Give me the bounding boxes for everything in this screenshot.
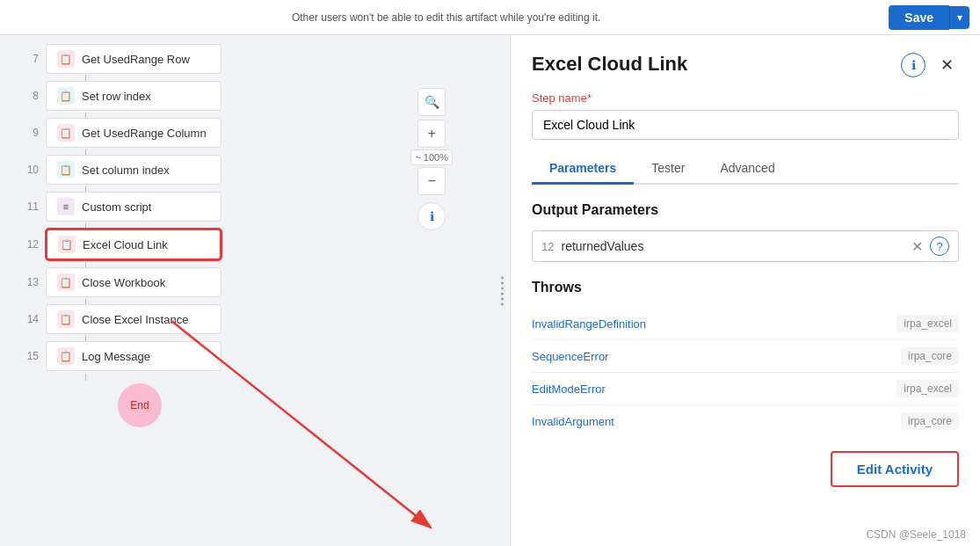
zoom-controls: 🔍 + ~ 100% − ℹ [410,88,453,230]
throws-list: InvalidRangeDefinition irpa_excel Sequen… [532,308,959,437]
step-box-set-row-index[interactable]: 📋 Set row index [46,81,221,111]
end-label: End [130,399,149,411]
tabs: Parameters Tester Advanced [532,154,959,185]
tab-tester[interactable]: Tester [634,154,702,185]
step-icon: 📋 [57,310,75,328]
throw-badge: irpa_core [901,412,959,430]
close-panel-button[interactable]: ✕ [934,53,959,77]
watermark: CSDN @Seele_1018 [866,528,966,541]
step-box-excel-cloud-link[interactable]: 📋 Excel Cloud Link [46,229,221,260]
zoom-in-button[interactable]: + [417,120,446,148]
step-box-custom-script[interactable]: ≡ Custom script [46,192,221,222]
panel-title: Excel Cloud Link [532,53,687,76]
info-circle-button[interactable]: ℹ [901,53,926,77]
search-button[interactable]: 🔍 [417,88,446,116]
panel-header-icons: ℹ ✕ [901,53,959,77]
end-node: End [118,383,162,427]
param-name: returnedValues [561,239,904,253]
step-box-close-excel-instance[interactable]: 📋 Close Excel Instance [46,304,221,334]
step-label: Close Workbook [82,276,165,289]
tab-advanced[interactable]: Advanced [702,154,792,185]
step-number: 7 [18,53,39,65]
step-icon: ≡ [57,198,75,215]
tab-parameters[interactable]: Parameters [532,154,634,185]
save-button-group: Save ▾ [889,5,969,30]
step-name-label: Step name* [532,91,959,105]
throw-row: InvalidRangeDefinition irpa_excel [532,308,959,340]
step-icon: 📋 [57,273,75,291]
throw-name: SequenceError [532,350,608,363]
step-box-get-usedrange-column[interactable]: 📋 Get UsedRange Column [46,118,221,148]
throw-badge: irpa_core [901,347,959,365]
output-param-row: 12 returnedValues ✕ ? [532,230,959,262]
info-button[interactable]: ℹ [417,202,446,230]
zoom-out-button[interactable]: − [417,167,446,195]
step-row: 15 📋 Log Message [18,341,488,371]
throw-name: InvalidArgument [532,415,614,428]
throw-row: InvalidArgument irpa_core [532,405,959,437]
edit-activity-button[interactable]: Edit Activity [831,451,959,487]
param-help-button[interactable]: ? [930,237,949,256]
param-number: 12 [541,240,554,253]
top-bar: Other users won't be able to edit this a… [0,0,980,35]
required-marker: * [587,91,592,105]
step-label: Log Message [82,350,150,363]
right-panel: Excel Cloud Link ℹ ✕ Step name* Paramete… [510,35,980,546]
step-number: 8 [18,90,39,102]
step-number: 13 [18,276,39,288]
throw-name: InvalidRangeDefinition [532,317,646,331]
step-icon: 📋 [57,161,75,178]
step-icon: 📋 [57,347,75,365]
step-number: 15 [18,350,39,362]
step-icon: 📋 [57,87,75,105]
step-number: 12 [18,238,39,251]
throw-name: EditModeError [532,382,606,396]
throw-row: EditModeError irpa_excel [532,373,959,405]
step-label: Get UsedRange Row [82,53,190,66]
step-row: 13 📋 Close Workbook [18,267,488,297]
step-number: 14 [18,313,39,325]
throw-badge: irpa_excel [897,380,959,397]
step-label: Set column index [82,164,170,177]
step-box-set-column-index[interactable]: 📋 Set column index [46,155,221,185]
step-name-input[interactable] [532,110,959,140]
throws-title: Throws [532,280,959,295]
throw-badge: irpa_excel [897,315,959,332]
step-row-active: 12 📋 Excel Cloud Link [18,229,488,260]
workflow-panel: 7 📋 Get UsedRange Row 8 📋 Set row index [0,35,505,546]
panel-header: Excel Cloud Link ℹ ✕ [532,53,959,77]
throw-row: SequenceError irpa_core [532,340,959,373]
step-number: 9 [18,127,39,139]
step-number: 10 [18,164,39,176]
step-row: 7 📋 Get UsedRange Row [18,44,488,74]
save-button[interactable]: Save [889,5,949,30]
step-label: Set row index [82,90,151,103]
step-box-get-usedrange-row[interactable]: 📋 Get UsedRange Row [46,44,221,74]
step-label: Custom script [82,200,151,214]
step-icon: 📋 [58,236,76,253]
zoom-level: ~ 100% [410,149,453,165]
step-number: 11 [18,200,39,213]
step-label: Get UsedRange Column [82,127,207,140]
edit-notice: Other users won't be able to edit this a… [11,11,882,24]
step-box-close-workbook[interactable]: 📋 Close Workbook [46,267,221,297]
param-remove-button[interactable]: ✕ [911,238,923,255]
step-row: 14 📋 Close Excel Instance [18,304,488,334]
step-label: Excel Cloud Link [83,238,168,251]
save-dropdown-button[interactable]: ▾ [949,6,969,29]
step-icon: 📋 [57,50,75,68]
step-box-log-message[interactable]: 📋 Log Message [46,341,221,371]
step-label: Close Excel Instance [82,313,188,326]
drag-handle[interactable] [498,273,505,309]
step-icon: 📋 [57,124,75,142]
output-parameters-title: Output Parameters [532,202,959,218]
